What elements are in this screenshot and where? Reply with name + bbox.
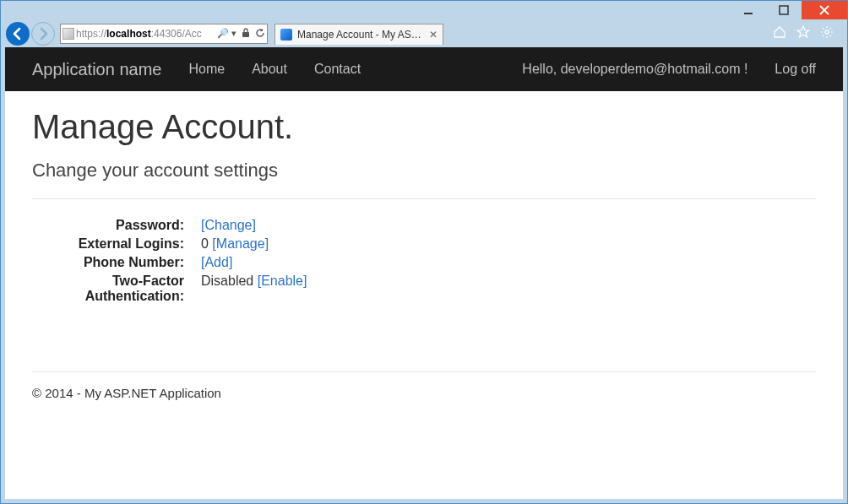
phone-add-link[interactable]: [Add] [201,255,232,269]
back-button[interactable] [6,22,30,46]
nav-logoff[interactable]: Log off [775,62,816,77]
home-icon[interactable] [773,25,786,42]
tab-favicon-icon [280,29,292,41]
page-subtitle: Change your account settings [32,160,816,182]
address-controls: 🔎 ▾ [217,28,265,40]
twofactor-status: Disabled [201,274,253,288]
external-logins-manage-link[interactable]: [Manage] [212,236,269,251]
site-navbar: Application name Home About Contact Hell… [5,47,843,91]
browser-window: https://localhost:44306/Acc 🔎 ▾ Manage A… [0,0,848,504]
tab-strip: Manage Account - My ASP.... ✕ [275,22,443,45]
twofactor-label: Two-Factor Authentication: [32,274,201,304]
forward-button[interactable] [31,22,55,46]
page-viewport: Application name Home About Contact Hell… [5,47,843,499]
maximize-button[interactable] [766,1,802,19]
search-dropdown-icon[interactable]: 🔎 ▾ [217,28,236,39]
brand-link[interactable]: Application name [32,60,161,79]
page-favicon-icon [63,28,74,40]
browser-toolbar: https://localhost:44306/Acc 🔎 ▾ Manage A… [1,19,847,47]
address-text: https://localhost:44306/Acc [76,28,215,40]
browser-tab[interactable]: Manage Account - My ASP.... ✕ [275,24,443,45]
twofactor-enable-link[interactable]: [Enable] [258,274,307,288]
refresh-icon[interactable] [255,28,265,40]
nav-greeting[interactable]: Hello, developerdemo@hotmail.com ! [522,62,747,77]
toolbar-icons [773,25,842,42]
close-button[interactable] [802,1,847,19]
minimize-button[interactable] [731,1,766,19]
nav-home[interactable]: Home [188,62,225,77]
external-logins-label: External Logins: [32,236,201,252]
lock-icon[interactable] [242,28,250,40]
password-label: Password: [32,218,201,233]
external-logins-count: 0 [201,236,209,251]
page-content: Manage Account. Change your account sett… [5,91,843,417]
tab-title: Manage Account - My ASP.... [297,29,424,41]
nav-contact[interactable]: Contact [314,62,361,77]
nav-about[interactable]: About [252,62,287,77]
phone-label: Phone Number: [32,255,201,270]
password-change-link[interactable]: [Change] [201,218,256,232]
footer-divider [32,371,816,372]
page-title: Manage Account. [32,108,816,146]
divider [32,198,816,199]
svg-point-3 [825,30,829,33]
footer-text: © 2014 - My ASP.NET Application [32,386,816,400]
svg-rect-0 [744,13,753,14]
svg-rect-2 [242,32,249,37]
address-bar[interactable]: https://localhost:44306/Acc 🔎 ▾ [60,24,268,44]
svg-rect-1 [780,6,788,14]
tab-close-icon[interactable]: ✕ [429,29,438,41]
settings-gear-icon[interactable] [820,25,834,42]
titlebar [1,1,847,19]
settings-list: Password: [Change] External Logins: 0 [M… [32,218,816,304]
favorites-icon[interactable] [796,25,810,42]
